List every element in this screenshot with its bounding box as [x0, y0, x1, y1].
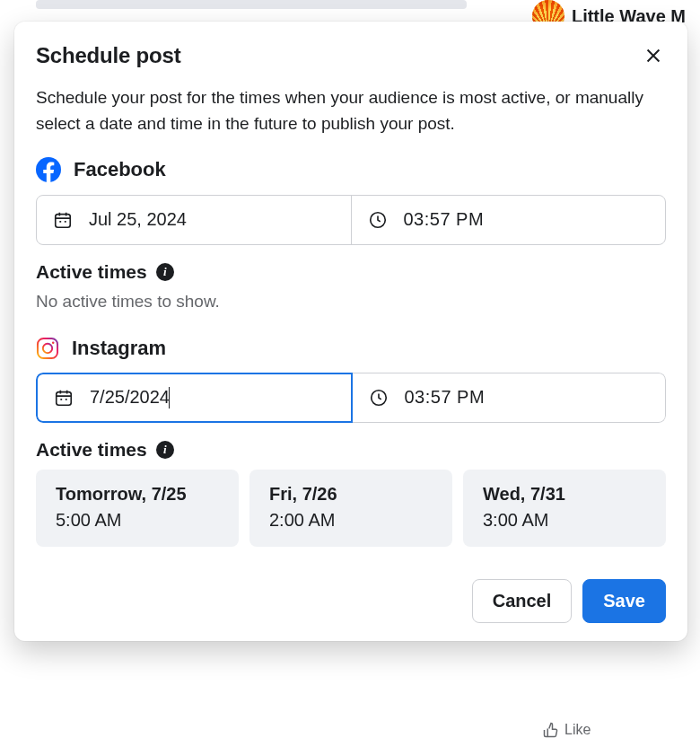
chip-day: Wed, 7/31 [483, 484, 646, 505]
svg-point-5 [52, 341, 55, 344]
calendar-icon [54, 388, 74, 408]
close-icon [643, 46, 663, 66]
instagram-suggestions-row: Tomorrow, 7/25 5:00 AM Fri, 7/26 2:00 AM… [36, 470, 666, 547]
bg-placeholder-strip [36, 0, 467, 9]
calendar-icon [53, 210, 73, 230]
instagram-icon [36, 337, 59, 360]
save-button[interactable]: Save [582, 579, 666, 623]
close-button[interactable] [641, 43, 666, 68]
active-times-label: Active times [36, 261, 147, 283]
platform-label-instagram: Instagram [72, 337, 166, 360]
facebook-time-input[interactable]: 03:57 PM [352, 196, 666, 244]
instagram-active-times-header: Active times i [36, 439, 666, 461]
chip-time: 2:00 AM [269, 510, 433, 531]
schedule-post-modal: Schedule post Schedule your post for the… [14, 22, 687, 641]
svg-rect-6 [57, 391, 72, 405]
modal-description: Schedule your post for the times when yo… [36, 84, 666, 137]
platform-instagram-header: Instagram [36, 337, 666, 360]
text-caret [169, 387, 170, 409]
active-time-chip[interactable]: Fri, 7/26 2:00 AM [249, 470, 452, 547]
like-label: Like [564, 722, 591, 738]
facebook-no-active-times: No active times to show. [36, 292, 666, 312]
cancel-button[interactable]: Cancel [472, 579, 573, 623]
active-time-chip[interactable]: Tomorrow, 7/25 5:00 AM [36, 470, 239, 547]
active-time-chip[interactable]: Wed, 7/31 3:00 AM [463, 470, 666, 547]
chip-time: 5:00 AM [56, 510, 219, 531]
svg-rect-3 [38, 338, 57, 358]
svg-rect-1 [56, 214, 71, 227]
clock-icon [368, 210, 388, 230]
info-icon[interactable]: i [156, 263, 174, 281]
platform-label-facebook: Facebook [74, 158, 166, 181]
facebook-active-times-header: Active times i [36, 261, 666, 283]
chip-time: 3:00 AM [483, 510, 646, 531]
facebook-time-value: 03:57 PM [404, 209, 485, 230]
facebook-date-input[interactable]: Jul 25, 2024 [37, 196, 352, 244]
facebook-icon [36, 157, 61, 182]
svg-point-4 [43, 344, 52, 353]
modal-header: Schedule post [36, 43, 666, 68]
active-times-label: Active times [36, 439, 147, 461]
facebook-date-value: Jul 25, 2024 [89, 209, 187, 230]
instagram-date-value: 7/25/2024 [90, 387, 170, 409]
thumbs-up-icon [543, 722, 559, 738]
instagram-time-input[interactable]: 03:57 PM [353, 373, 667, 423]
like-button-bg: Like [543, 722, 591, 738]
clock-icon [369, 388, 389, 408]
facebook-datetime-row: Jul 25, 2024 03:57 PM [36, 195, 666, 245]
platform-facebook-header: Facebook [36, 157, 666, 182]
modal-footer: Cancel Save [36, 579, 666, 623]
chip-day: Fri, 7/26 [269, 484, 433, 505]
modal-title: Schedule post [36, 43, 180, 68]
instagram-datetime-row: 7/25/2024 03:57 PM [36, 373, 666, 423]
instagram-date-input[interactable]: 7/25/2024 [36, 373, 353, 423]
instagram-time-value: 03:57 PM [405, 387, 486, 408]
chip-day: Tomorrow, 7/25 [56, 484, 219, 505]
info-icon[interactable]: i [156, 441, 174, 459]
